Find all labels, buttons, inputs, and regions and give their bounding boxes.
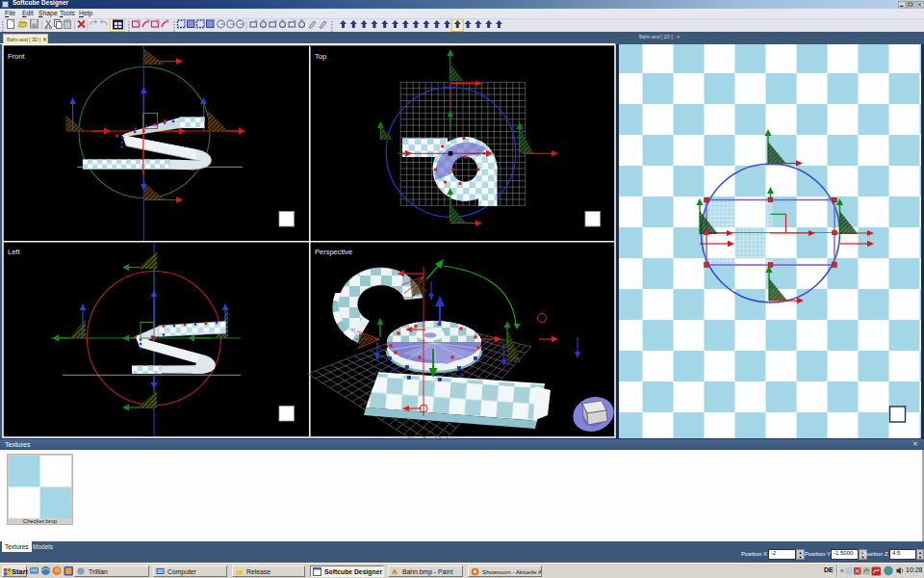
svg-text:Front: Front: [8, 52, 25, 61]
svg-text:Left: Left: [8, 248, 20, 256]
svg-text:Top: Top: [315, 52, 326, 61]
svg-text:Perspective: Perspective: [315, 248, 352, 256]
